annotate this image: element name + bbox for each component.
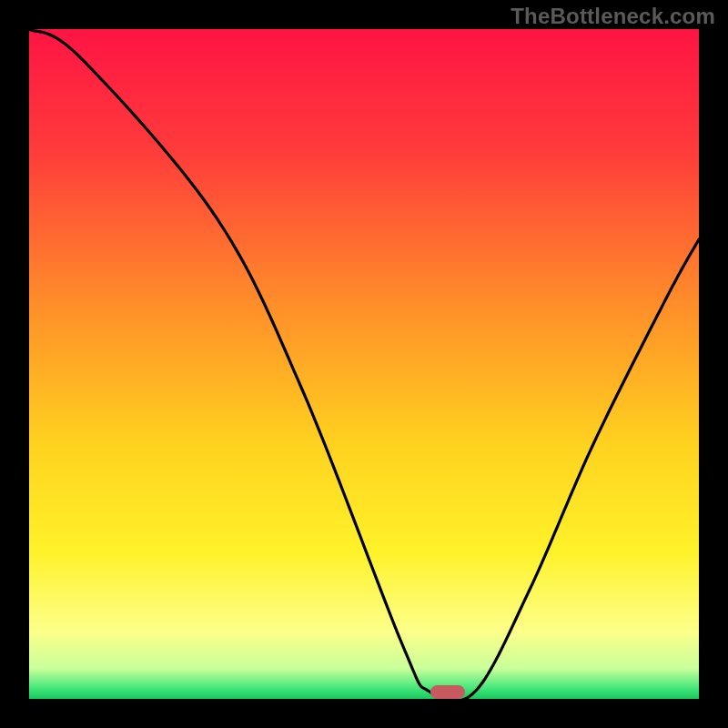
- chart-frame: TheBottleneck.com: [0, 0, 728, 728]
- plot-area: [29, 29, 699, 699]
- chart-svg: [29, 29, 699, 699]
- gradient-bg: [29, 29, 699, 699]
- watermark-text: TheBottleneck.com: [511, 4, 715, 29]
- optimal-marker: [430, 685, 465, 699]
